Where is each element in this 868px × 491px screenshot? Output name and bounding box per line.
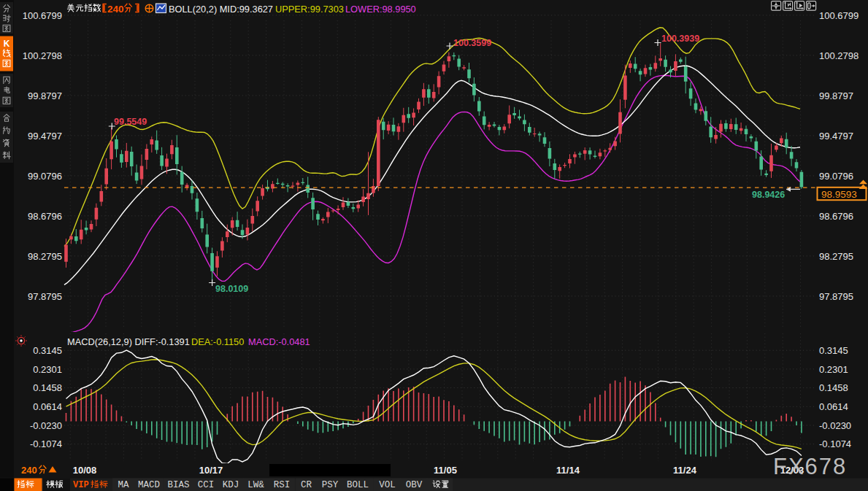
svg-text:KDJ: KDJ (223, 480, 239, 490)
svg-text:VOL: VOL (379, 480, 396, 490)
svg-text:0.1458: 0.1458 (819, 382, 848, 393)
svg-text:-0.1074: -0.1074 (30, 438, 62, 449)
svg-text:MA: MA (118, 480, 129, 490)
svg-text:0.3145: 0.3145 (819, 345, 848, 356)
svg-text:BOLL(20,2) MID:99.3627: BOLL(20,2) MID:99.3627 (169, 4, 273, 15)
svg-text:10/17: 10/17 (199, 465, 223, 476)
svg-text:CCI: CCI (198, 480, 215, 490)
svg-text:99.4797: 99.4797 (819, 131, 853, 142)
svg-text:100.3939: 100.3939 (661, 34, 699, 44)
svg-text:100.2798: 100.2798 (819, 50, 859, 61)
svg-text:MACD(26,12,9) DIFF:-0.1391: MACD(26,12,9) DIFF:-0.1391 (67, 336, 190, 347)
svg-text:99.0796: 99.0796 (819, 171, 853, 182)
svg-text:UPPER:99.7303: UPPER:99.7303 (275, 4, 344, 15)
svg-text:0.1458: 0.1458 (33, 382, 62, 393)
svg-text:0.0614: 0.0614 (33, 401, 62, 412)
svg-text:98.9593: 98.9593 (821, 189, 857, 200)
svg-text:MACD: MACD (138, 480, 160, 490)
svg-text:99.8797: 99.8797 (28, 90, 62, 101)
svg-text:MACD:-0.0481: MACD:-0.0481 (248, 336, 310, 347)
svg-text:98.6796: 98.6796 (819, 211, 853, 222)
svg-text:0.3145: 0.3145 (33, 345, 62, 356)
svg-text:97.8795: 97.8795 (819, 291, 853, 302)
svg-text:-0.0230: -0.0230 (30, 420, 62, 431)
svg-text:DEA:-0.1150: DEA:-0.1150 (191, 336, 244, 347)
svg-text:-0.1074: -0.1074 (819, 438, 851, 449)
svg-text:BIAS: BIAS (167, 480, 189, 490)
svg-text:0.0614: 0.0614 (819, 401, 848, 412)
svg-text:OBV: OBV (406, 480, 423, 490)
svg-text:LOWER:98.9950: LOWER:98.9950 (345, 4, 416, 15)
svg-text:100.3599: 100.3599 (453, 38, 491, 48)
svg-text:240: 240 (107, 4, 124, 15)
svg-text:100.6799: 100.6799 (819, 10, 859, 21)
svg-text:FX678: FX678 (773, 454, 847, 479)
svg-text:99.8797: 99.8797 (819, 90, 853, 101)
svg-text:97.8795: 97.8795 (28, 291, 62, 302)
svg-text:100.2798: 100.2798 (23, 50, 62, 61)
svg-text:10/08: 10/08 (73, 465, 97, 476)
svg-text:98.2795: 98.2795 (819, 251, 853, 262)
svg-text:98.9426: 98.9426 (752, 190, 785, 200)
svg-text:98.2795: 98.2795 (28, 251, 62, 262)
svg-text:0.2301: 0.2301 (819, 364, 848, 375)
svg-text:11/14: 11/14 (556, 465, 580, 476)
svg-text:CR: CR (301, 480, 312, 490)
svg-text:99.5549: 99.5549 (114, 117, 147, 127)
svg-text:98.6796: 98.6796 (28, 211, 62, 222)
svg-text:100.6799: 100.6799 (23, 10, 62, 21)
svg-text:RSI: RSI (274, 480, 291, 490)
svg-text:VIP: VIP (73, 480, 89, 490)
svg-text:-0.0230: -0.0230 (819, 420, 851, 431)
svg-text:240: 240 (21, 465, 37, 476)
svg-text:PSY: PSY (322, 480, 339, 490)
svg-text:99.0796: 99.0796 (28, 171, 62, 182)
svg-text:0.2301: 0.2301 (33, 364, 62, 375)
svg-text:11/24: 11/24 (673, 465, 697, 476)
svg-text:K: K (4, 39, 10, 49)
svg-text:LW&: LW& (247, 480, 264, 490)
svg-text:BOLL: BOLL (347, 480, 369, 490)
svg-text:98.0109: 98.0109 (215, 284, 248, 294)
svg-text:11/05: 11/05 (434, 465, 457, 476)
svg-text:99.4797: 99.4797 (28, 131, 62, 142)
